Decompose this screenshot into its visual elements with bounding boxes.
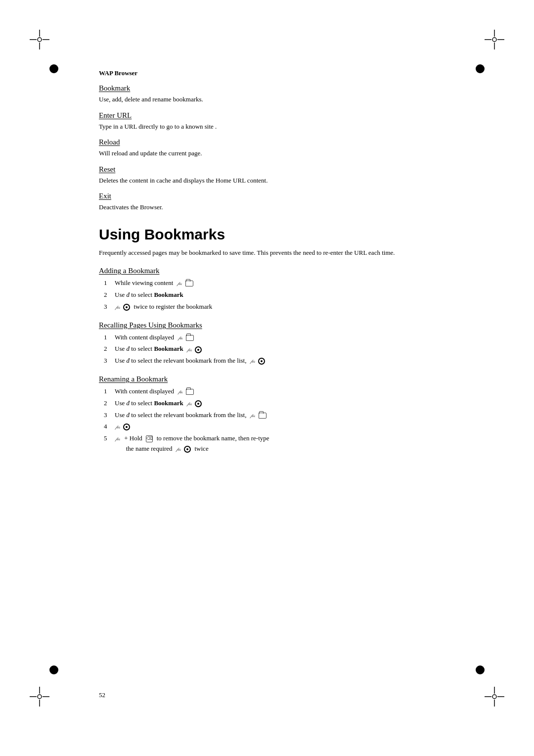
svg-point-9: [492, 38, 496, 42]
nav-icon-wavy-rn5b: 𝓅ₖ: [177, 445, 181, 453]
renaming-step-1: 1 With content displayed 𝓅ₖ: [104, 386, 435, 397]
topic-bookmark-desc: Use, add, delete and rename bookmarks.: [99, 94, 435, 104]
section-adding-title: Adding a Bookmark: [99, 267, 435, 275]
section-header: WAP Browser: [99, 69, 435, 77]
adding-step-3: 3 𝓅ₖ twice to register the bookmark: [104, 302, 435, 312]
ok-icon-3: [123, 304, 130, 311]
renaming-step-3: 3 Use đ to select the relevant bookmark …: [104, 410, 435, 421]
topic-reload-title: Reload: [99, 138, 435, 146]
nav-icon-wavy-1: 𝓅ₖ: [178, 280, 182, 287]
filled-circle-tr: [476, 64, 485, 73]
adding-step-2: 2 Use đ to select Bookmark: [104, 290, 435, 300]
nav-icon-wavy-3: 𝓅ₖ: [116, 303, 120, 311]
nav-icon-wavy-rn1: 𝓅ₖ: [178, 388, 183, 396]
filled-circle-bl: [49, 665, 58, 674]
renaming-list: 1 With content displayed 𝓅ₖ 2 Use đ to s…: [104, 386, 435, 454]
filled-circle-br: [476, 665, 485, 674]
nav-icon-wavy-rn3: 𝓅ₖ: [251, 412, 255, 420]
corner-mark-tl: [30, 30, 49, 49]
ok-icon-r2: [195, 346, 202, 353]
nav-icon-wavy-r3: 𝓅ₖ: [251, 357, 255, 365]
nav-icon-wavy-rn4: 𝓅ₖ: [116, 423, 120, 431]
recalling-step-3: 3 Use đ to select the relevant bookmark …: [104, 356, 435, 366]
topic-enter-url: Enter URL Type in a URL directly to go t…: [99, 111, 435, 132]
recalling-list: 1 With content displayed 𝓅ₖ 2 Use đ to s…: [104, 332, 435, 366]
renaming-step-4: 4 𝓅ₖ: [104, 422, 435, 432]
topic-reset: Reset Deletes the content in cache and d…: [99, 165, 435, 186]
topic-bookmark-title: Bookmark: [99, 84, 435, 93]
section-adding: Adding a Bookmark 1 While viewing conten…: [99, 267, 435, 312]
recalling-step-2: 2 Use đ to select Bookmark 𝓅ₖ: [104, 344, 435, 354]
topic-exit-title: Exit: [99, 192, 435, 200]
topic-reload: Reload Will reload and update the curren…: [99, 138, 435, 158]
topic-enter-url-title: Enter URL: [99, 111, 435, 120]
ok-icon-rn2: [195, 400, 202, 407]
section-recalling: Recalling Pages Using Bookmarks 1 With c…: [99, 321, 435, 366]
intro-text: Frequently accessed pages may be bookmar…: [99, 248, 435, 258]
main-heading: Using Bookmarks: [99, 226, 435, 243]
corner-mark-bl: [30, 687, 49, 707]
folder-icon-rn1: [186, 389, 194, 395]
topic-bookmark: Bookmark Use, add, delete and rename boo…: [99, 84, 435, 104]
section-recalling-title: Recalling Pages Using Bookmarks: [99, 321, 435, 330]
topic-reload-desc: Will reload and update the current page.: [99, 148, 435, 158]
topic-exit: Exit Deactivates the Browser.: [99, 192, 435, 212]
corner-mark-tr: [485, 30, 504, 49]
page: WAP Browser Bookmark Use, add, delete an…: [0, 0, 534, 756]
adding-step-1: 1 While viewing content 𝓅ₖ: [104, 278, 435, 288]
ok-icon-r3: [258, 358, 265, 365]
ok-icon-rn4: [123, 424, 130, 430]
svg-point-4: [38, 38, 42, 42]
ok-icon-rn5b: [184, 446, 191, 453]
topic-enter-url-desc: Type in a URL directly to go to a known …: [99, 122, 435, 132]
nav-icon-wavy-r1: 𝓅ₖ: [178, 334, 183, 342]
svg-point-19: [492, 695, 496, 699]
topic-reset-title: Reset: [99, 165, 435, 174]
content-area: WAP Browser Bookmark Use, add, delete an…: [99, 69, 435, 454]
nav-icon-wavy-r2: 𝓅ₖ: [187, 346, 192, 354]
topic-exit-desc: Deactivates the Browser.: [99, 202, 435, 212]
nav-icon-wavy-rn5: 𝓅ₖ: [116, 435, 120, 443]
page-number: 52: [99, 691, 105, 699]
section-renaming: Renaming a Bookmark 1 With content displ…: [99, 375, 435, 454]
filled-circle-tl: [49, 64, 58, 73]
delete-icon-rn5: ⌫: [146, 435, 153, 442]
folder-icon-r1: [186, 335, 194, 341]
corner-mark-br: [485, 687, 504, 707]
adding-list: 1 While viewing content 𝓅ₖ 2 Use đ to se…: [104, 278, 435, 312]
nav-icon-wavy-rn2: 𝓅ₖ: [187, 400, 192, 408]
renaming-step-2: 2 Use đ to select Bookmark 𝓅ₖ: [104, 398, 435, 409]
recalling-step-1: 1 With content displayed 𝓅ₖ: [104, 332, 435, 343]
folder-icon-rn3: [259, 413, 267, 419]
topic-reset-desc: Deletes the content in cache and display…: [99, 176, 435, 186]
renaming-step-5: 5 𝓅ₖ + Hold ⌫ to remove the bookmark nam…: [104, 433, 435, 454]
svg-point-14: [38, 695, 42, 699]
section-renaming-title: Renaming a Bookmark: [99, 375, 435, 383]
folder-icon-1: [185, 281, 193, 286]
